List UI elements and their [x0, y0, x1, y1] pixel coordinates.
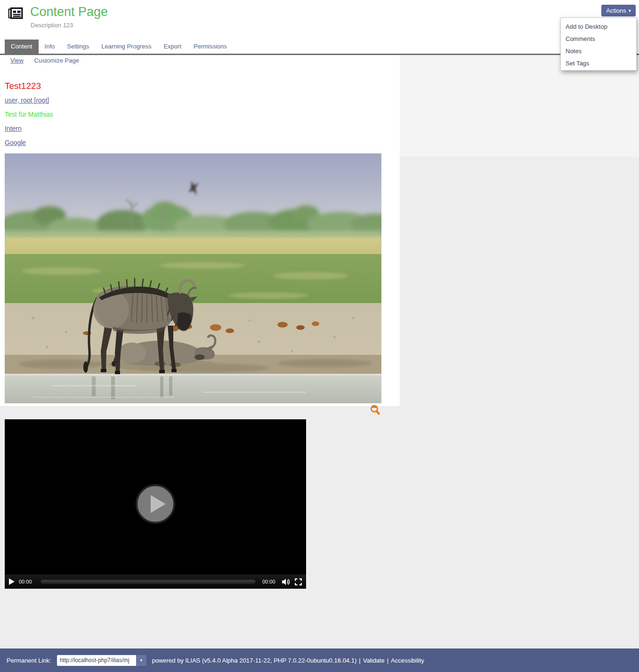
tab-content[interactable]: Content [5, 40, 39, 54]
content-page-icon [8, 5, 24, 21]
tab-bar-divider [0, 54, 639, 55]
subtab-bar: View Customize Page [10, 57, 88, 64]
video-controls: 00:00 00:00 [5, 575, 306, 589]
menu-item-add-to-desktop[interactable]: Add to Desktop [561, 21, 636, 33]
permalink-label: Permanent Link: [7, 657, 51, 664]
permalink-input[interactable] [57, 655, 136, 666]
page-title: Content Page [30, 5, 108, 19]
savanna-wildebeest-photo [5, 153, 381, 403]
video-player[interactable]: 00:00 00:00 [5, 419, 306, 589]
actions-button-label: Actions [606, 7, 626, 14]
google-link[interactable]: Google [5, 139, 26, 146]
accessibility-link[interactable]: Accessibility [391, 657, 424, 664]
subtab-view[interactable]: View [10, 57, 24, 64]
powered-by-text: powered by ILIAS (v5.4.0 Alpha 2017-11-2… [152, 657, 357, 664]
subtab-customize-page[interactable]: Customize Page [34, 57, 79, 64]
tab-learning-progress[interactable]: Learning Progress [95, 40, 157, 54]
permalink-select-button[interactable]: ▾ [136, 655, 146, 666]
fullscreen-icon[interactable] [295, 578, 302, 585]
magnifier-icon[interactable] [370, 404, 381, 416]
big-play-button[interactable] [136, 484, 175, 524]
current-time: 00:00 [19, 579, 34, 584]
caret-down-icon: ▾ [629, 8, 631, 13]
caret-down-icon: ▾ [140, 658, 142, 663]
tab-permissions[interactable]: Permissions [187, 40, 233, 54]
actions-button[interactable]: Actions ▾ [601, 5, 636, 16]
content-heading: Test1223 [5, 81, 381, 91]
author-link[interactable]: user, root [root] [5, 96, 49, 104]
volume-icon[interactable] [282, 578, 290, 585]
menu-item-notes[interactable]: Notes [561, 45, 636, 57]
tab-settings[interactable]: Settings [61, 40, 95, 54]
menu-item-comments[interactable]: Comments [561, 33, 636, 45]
page-description: Description 123 [31, 22, 73, 29]
footer-separator: | [387, 657, 388, 664]
menu-item-set-tags[interactable]: Set Tags [561, 57, 636, 70]
play-icon[interactable] [9, 578, 15, 585]
note-text: Test für Matthias [5, 110, 381, 119]
validate-link[interactable]: Validate [363, 657, 385, 664]
actions-dropdown-menu: Add to Desktop Comments Notes Set Tags [560, 17, 637, 71]
tab-bar: Content Info Settings Learning Progress … [5, 40, 233, 54]
intern-link[interactable]: Intern [5, 125, 22, 132]
duration-time: 00:00 [262, 579, 277, 584]
page-content: Test1223 user, root [root] Test für Matt… [5, 81, 381, 152]
footer-bar: Permanent Link: ▾ powered by ILIAS (v5.4… [0, 648, 639, 672]
ilias-content-page: Content Page Description 123 Actions ▾ C… [0, 0, 639, 672]
tab-info[interactable]: Info [39, 40, 61, 54]
footer-separator: | [359, 657, 360, 664]
right-column-background-lower [400, 157, 639, 648]
seek-bar[interactable] [40, 579, 256, 584]
tab-export[interactable]: Export [157, 40, 187, 54]
